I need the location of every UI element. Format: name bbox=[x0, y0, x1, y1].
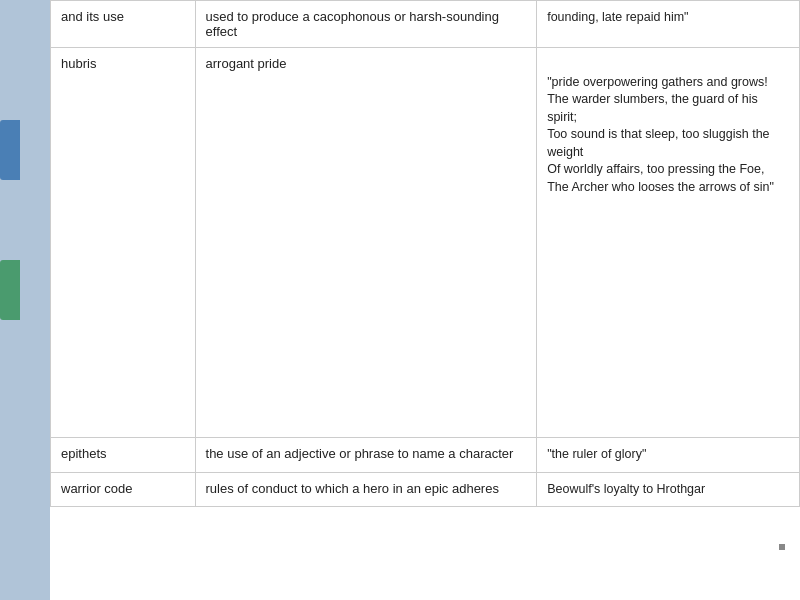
quote-text: "pride overpowering gathers and grows! T… bbox=[547, 75, 774, 194]
table-container: and its use used to produce a cacophonou… bbox=[50, 0, 800, 600]
quote-text: founding, late repaid him" bbox=[547, 10, 688, 24]
quote-text: "the ruler of glory" bbox=[547, 447, 646, 461]
definition-cell: used to produce a cacophonous or harsh-s… bbox=[195, 1, 537, 48]
term-cell: warrior code bbox=[51, 472, 196, 507]
quote-cell: "pride overpowering gathers and grows! T… bbox=[537, 48, 800, 438]
definition-cell: the use of an adjective or phrase to nam… bbox=[195, 438, 537, 473]
definition-text: used to produce a cacophonous or harsh-s… bbox=[206, 9, 499, 39]
definition-cell: rules of conduct to which a hero in an e… bbox=[195, 472, 537, 507]
definition-cell: arrogant pride bbox=[195, 48, 537, 438]
table-row: and its use used to produce a cacophonou… bbox=[51, 1, 800, 48]
page-wrapper: and its use used to produce a cacophonou… bbox=[0, 0, 800, 600]
quote-text: Beowulf's loyalty to Hrothgar bbox=[547, 482, 705, 496]
quote-cell: Beowulf's loyalty to Hrothgar bbox=[537, 472, 800, 507]
term-cell: epithets bbox=[51, 438, 196, 473]
term-text: hubris bbox=[61, 56, 96, 71]
table-row: hubris arrogant pride "pride overpowerin… bbox=[51, 48, 800, 438]
quote-cell: "the ruler of glory" bbox=[537, 438, 800, 473]
left-tab-green bbox=[0, 260, 20, 320]
quote-cell: founding, late repaid him" bbox=[537, 1, 800, 48]
term-text: and its use bbox=[61, 9, 124, 24]
definition-text: the use of an adjective or phrase to nam… bbox=[206, 446, 514, 461]
table-row: epithets the use of an adjective or phra… bbox=[51, 438, 800, 473]
term-cell: hubris bbox=[51, 48, 196, 438]
definition-text: rules of conduct to which a hero in an e… bbox=[206, 481, 499, 496]
term-text: epithets bbox=[61, 446, 107, 461]
term-cell: and its use bbox=[51, 1, 196, 48]
main-table: and its use used to produce a cacophonou… bbox=[50, 0, 800, 507]
term-text: warrior code bbox=[61, 481, 133, 496]
definition-text: arrogant pride bbox=[206, 56, 287, 71]
left-tabs bbox=[0, 120, 50, 320]
table-row: warrior code rules of conduct to which a… bbox=[51, 472, 800, 507]
left-tab-blue bbox=[0, 120, 20, 180]
